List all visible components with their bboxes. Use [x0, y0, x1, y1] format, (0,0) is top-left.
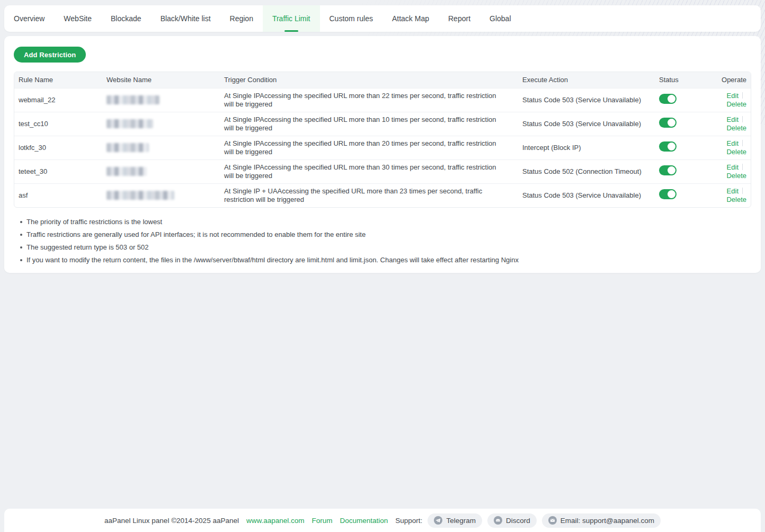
top-navigation: OverviewWebSiteBlockadeBlack/White listR… [4, 5, 761, 32]
tab-blockade[interactable]: Blockade [101, 5, 151, 32]
operate-separator [742, 92, 743, 99]
status-toggle[interactable] [659, 165, 677, 175]
edit-link[interactable]: Edit [727, 139, 739, 147]
status-toggle[interactable] [659, 94, 677, 104]
website-name-cell [102, 136, 220, 159]
execute-action-cell: Status Code 503 (Service Unavailable) [518, 112, 655, 136]
support-button-label: Discord [506, 517, 530, 525]
column-header-execute-action: Execute Action [518, 72, 655, 88]
email-icon [548, 516, 557, 525]
website-name-redacted [106, 119, 153, 128]
support-buttons: TelegramDiscordEmail: support@aapanel.co… [422, 513, 661, 528]
column-header-website-name: Website Name [102, 72, 220, 88]
execute-action-cell: Status Code 503 (Service Unavailable) [518, 183, 655, 207]
note-item: The priority of traffic restrictions is … [17, 216, 751, 228]
tab-black-white-list[interactable]: Black/White list [151, 5, 220, 32]
telegram-icon [434, 516, 442, 525]
delete-link[interactable]: Delete [726, 148, 746, 156]
add-restriction-button[interactable]: Add Restriction [14, 47, 86, 63]
website-name-cell [102, 88, 220, 112]
tab-label: Traffic Limit [272, 14, 310, 23]
tab-global[interactable]: Global [480, 5, 520, 32]
tab-custom-rules[interactable]: Custom rules [320, 5, 382, 32]
tab-label: Overview [14, 14, 45, 23]
website-name-redacted [106, 191, 174, 200]
tab-label: Attack Map [392, 14, 429, 23]
website-name-redacted [106, 167, 147, 176]
note-item: Traffic restrictions are generally used … [17, 228, 751, 241]
tab-label: Blockade [111, 14, 141, 23]
status-cell [655, 183, 707, 207]
tab-website[interactable]: WebSite [54, 5, 101, 32]
edit-link[interactable]: Edit [727, 187, 739, 195]
trigger-condition-cell: At Single IPAccessing the specified URL … [220, 88, 518, 112]
operate-cell: EditDelete [707, 88, 751, 112]
operate-separator [742, 188, 743, 194]
trigger-condition-cell: At Single IPAccessing the specified URL … [220, 112, 518, 136]
footer-links: www.aapanel.comForumDocumentation [239, 517, 388, 525]
column-header-operate: Operate [707, 72, 751, 88]
status-toggle[interactable] [659, 118, 677, 128]
website-name-redacted [106, 95, 159, 104]
operate-cell: EditDelete [707, 136, 751, 159]
execute-action-cell: Intercept (Block IP) [518, 136, 655, 159]
support-button-label: Email: support@aapanel.com [561, 517, 654, 525]
table-row: asfAt Single IP + UAAccessing the specif… [14, 183, 751, 207]
footer-link-www-aapanel-com[interactable]: www.aapanel.com [246, 517, 305, 525]
column-header-trigger-condition: Trigger Condition [220, 72, 518, 88]
support-button-telegram[interactable]: Telegram [428, 513, 482, 528]
delete-link[interactable]: Delete [726, 196, 746, 203]
table-row: test_cc10At Single IPAccessing the speci… [14, 112, 751, 136]
trigger-condition-cell: At Single IP + UAAccessing the specified… [220, 183, 518, 207]
edit-link[interactable]: Edit [727, 116, 739, 123]
support-label: Support: [395, 517, 422, 525]
status-cell [655, 136, 707, 159]
tab-label: WebSite [64, 14, 92, 23]
website-name-cell [102, 183, 220, 207]
status-toggle[interactable] [659, 141, 677, 152]
support-button-discord[interactable]: Discord [487, 513, 537, 528]
footer-link-documentation[interactable]: Documentation [340, 517, 388, 525]
support-button-label: Telegram [446, 517, 476, 525]
tab-region[interactable]: Region [220, 5, 263, 32]
status-cell [655, 159, 707, 183]
footer-link-forum[interactable]: Forum [312, 517, 333, 525]
tab-traffic-limit[interactable]: Traffic Limit [263, 5, 320, 32]
delete-link[interactable]: Delete [726, 100, 746, 108]
operate-cell: EditDelete [707, 112, 751, 136]
status-cell [655, 112, 707, 136]
edit-link[interactable]: Edit [727, 163, 739, 171]
rule-name-cell: asf [14, 183, 102, 207]
table-body: webmail_22At Single IPAccessing the spec… [14, 88, 751, 207]
note-item: If you want to modify the return content… [17, 254, 751, 267]
table-row: lotkfc_30At Single IPAccessing the speci… [14, 136, 751, 159]
rule-name-cell: lotkfc_30 [14, 136, 102, 159]
table-row: teteet_30At Single IPAccessing the speci… [14, 159, 751, 183]
rules-table: Rule NameWebsite NameTrigger ConditionEx… [14, 72, 751, 208]
delete-link[interactable]: Delete [726, 172, 746, 180]
notes-list: The priority of traffic restrictions is … [17, 216, 751, 267]
delete-link[interactable]: Delete [726, 124, 746, 132]
website-name-cell [102, 112, 220, 136]
execute-action-cell: Status Code 502 (Connection Timeout) [518, 159, 655, 183]
edit-link[interactable]: Edit [727, 92, 739, 100]
trigger-condition-cell: At Single IPAccessing the specified URL … [220, 159, 518, 183]
operate-separator [742, 164, 743, 170]
website-name-cell [102, 159, 220, 183]
footer: aaPanel Linux panel ©2014-2025 aaPanel w… [4, 509, 761, 532]
rule-name-cell: test_cc10 [14, 112, 102, 136]
tab-overview[interactable]: Overview [4, 5, 54, 32]
tab-label: Report [448, 14, 470, 23]
tab-attack-map[interactable]: Attack Map [382, 5, 439, 32]
tab-report[interactable]: Report [439, 5, 480, 32]
table-row: webmail_22At Single IPAccessing the spec… [14, 88, 751, 112]
table-header-row: Rule NameWebsite NameTrigger ConditionEx… [14, 72, 751, 88]
tab-label: Region [230, 14, 253, 23]
column-header-rule-name: Rule Name [14, 72, 102, 88]
traffic-limit-panel: Add Restriction Rule NameWebsite NameTri… [4, 36, 761, 273]
column-header-status: Status [655, 72, 707, 88]
support-button-email[interactable]: Email: support@aapanel.com [542, 513, 661, 528]
tab-label: Custom rules [330, 14, 373, 23]
note-item: The suggested return type is 503 or 502 [17, 241, 751, 254]
status-toggle[interactable] [659, 189, 677, 199]
